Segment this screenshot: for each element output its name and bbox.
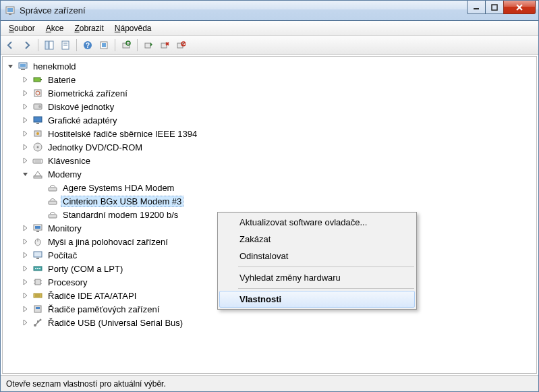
cm-disable[interactable]: Zakázat — [219, 231, 415, 248]
svg-point-51 — [35, 268, 36, 269]
cm-uninstall[interactable]: Odinstalovat — [219, 248, 415, 264]
svg-rect-4 — [492, 5, 497, 10]
expander-closed-icon[interactable] — [22, 143, 30, 151]
cm-scan[interactable]: Vyhledat změny hardwaru — [219, 269, 415, 286]
svg-rect-24 — [34, 78, 40, 82]
disable-button[interactable] — [173, 38, 188, 53]
app-icon — [5, 5, 16, 16]
svg-rect-63 — [36, 307, 40, 309]
cdrom-icon — [32, 142, 43, 152]
computer-icon — [32, 250, 43, 260]
cm-update-driver[interactable]: Aktualizovat software ovladače... — [219, 214, 415, 231]
svg-rect-42 — [49, 215, 57, 218]
uninstall-button[interactable] — [157, 38, 172, 53]
tree-category[interactable]: Diskové jednotky — [3, 100, 536, 113]
expander-closed-icon[interactable] — [22, 116, 30, 124]
svg-rect-39 — [34, 176, 42, 178]
expander-closed-icon[interactable] — [22, 130, 30, 138]
properties-toolbar-button[interactable] — [58, 38, 73, 53]
tree-root[interactable]: henekmold — [3, 59, 536, 73]
tree-item-label: Cinterion BGx USB Modem #3 — [61, 196, 183, 207]
usb-icon — [32, 317, 43, 328]
menu-help[interactable]: Nápověda — [109, 22, 157, 34]
tree-item-label: Modemy — [46, 169, 84, 179]
tree-category[interactable]: Řadiče USB (Universal Serial Bus) — [3, 316, 536, 329]
forward-button[interactable] — [20, 38, 34, 53]
expander-closed-icon[interactable] — [22, 291, 30, 300]
content-area: henekmoldBaterieBiometrická zařízeníDisk… — [2, 56, 537, 374]
svg-rect-48 — [34, 252, 42, 257]
tree-item-label: Baterie — [46, 75, 78, 85]
svg-rect-3 — [474, 8, 479, 9]
svg-point-29 — [38, 105, 41, 108]
cm-properties[interactable]: Vlastnosti — [219, 291, 415, 308]
scan-hardware-button[interactable] — [119, 38, 134, 53]
tree-category[interactable]: Hostitelské řadiče sběrnice IEEE 1394 — [3, 127, 536, 140]
expander-open-icon[interactable] — [22, 170, 30, 178]
expander-closed-icon[interactable] — [22, 89, 30, 97]
svg-rect-22 — [20, 64, 26, 67]
maximize-button[interactable] — [485, 1, 504, 14]
expander-none — [36, 184, 45, 192]
device-manager-window: Správce zařízení Soubor Akce Zobrazit Ná… — [0, 0, 539, 392]
tree-item-label: Grafické adaptéry — [46, 115, 119, 125]
monitor-icon — [32, 223, 43, 233]
cm-separator — [238, 267, 414, 267]
window-controls — [467, 1, 536, 14]
expander-closed-icon[interactable] — [22, 224, 30, 232]
titlebar[interactable]: Správce zařízení — [1, 1, 538, 21]
tree-device[interactable]: Cinterion BGx USB Modem #3 — [3, 194, 536, 208]
tree-category[interactable]: Klávesnice — [3, 154, 536, 167]
expander-closed-icon[interactable] — [22, 157, 30, 165]
expander-closed-icon[interactable] — [22, 318, 30, 327]
disk-icon — [32, 101, 43, 112]
menu-action[interactable]: Akce — [40, 22, 69, 34]
help-button[interactable]: ? — [80, 38, 95, 53]
cpu-icon — [32, 277, 43, 287]
toolbar-separator — [137, 39, 138, 51]
expander-none — [36, 211, 45, 219]
tree-item-label: Myši a jiná polohovací zařízení — [46, 237, 170, 247]
tree-category[interactable]: Grafické adaptéry — [3, 113, 536, 127]
svg-point-66 — [40, 319, 42, 321]
back-button[interactable] — [3, 38, 18, 53]
tree-category[interactable]: Jednotky DVD/CD-ROM — [3, 140, 536, 154]
minimize-button[interactable] — [467, 1, 486, 14]
svg-rect-5 — [45, 41, 49, 49]
expander-open-icon[interactable] — [7, 62, 15, 70]
toolbar-separator — [38, 39, 38, 51]
window-title: Správce zařízení — [20, 5, 538, 16]
svg-rect-13 — [102, 43, 106, 47]
menu-view[interactable]: Zobrazit — [69, 22, 109, 34]
ide-icon — [32, 290, 43, 301]
tree-item-label: Porty (COM a LPT) — [46, 264, 125, 274]
expander-closed-icon[interactable] — [22, 76, 30, 84]
expander-closed-icon[interactable] — [22, 251, 30, 259]
expander-closed-icon[interactable] — [22, 278, 30, 286]
svg-rect-44 — [35, 226, 40, 229]
tree-category[interactable]: Modemy — [3, 167, 536, 181]
tree-device[interactable]: Agere Systems HDA Modem — [3, 181, 536, 194]
mouse-icon — [32, 236, 43, 247]
firewire-icon — [32, 128, 43, 139]
svg-rect-49 — [36, 258, 39, 259]
tree-item-label: Jednotky DVD/CD-ROM — [46, 142, 144, 152]
menu-file[interactable]: Soubor — [3, 22, 40, 34]
tree-item-label: Procesory — [46, 277, 90, 287]
expander-closed-icon[interactable] — [22, 237, 30, 246]
tree-category[interactable]: Baterie — [3, 73, 536, 86]
tree-category[interactable]: Biometrická zařízení — [3, 86, 536, 100]
expander-closed-icon[interactable] — [22, 305, 30, 313]
expander-closed-icon[interactable] — [22, 103, 30, 111]
action-button[interactable] — [96, 38, 111, 53]
show-hide-tree-button[interactable] — [42, 38, 57, 53]
svg-point-52 — [37, 268, 38, 269]
svg-rect-6 — [49, 41, 53, 49]
update-driver-button[interactable] — [141, 38, 156, 53]
status-text: Otevře seznam vlastností pro aktuální vý… — [6, 379, 166, 389]
close-button[interactable] — [503, 1, 536, 14]
modem-icon — [32, 169, 43, 179]
expander-closed-icon[interactable] — [22, 264, 30, 273]
tree-item-label: Řadiče paměťových zařízení — [46, 304, 161, 314]
svg-rect-23 — [21, 69, 25, 70]
